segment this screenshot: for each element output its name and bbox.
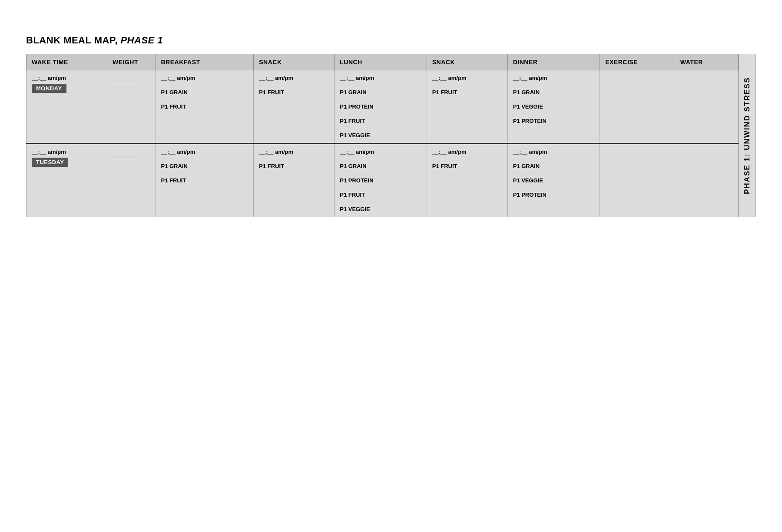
weight-value: ______	[113, 152, 150, 159]
header-lunch: LUNCH	[335, 54, 427, 70]
row-tuesday: __:__ am/pmTUESDAY________:__ am/pmP1 GR…	[27, 144, 739, 217]
row-monday: __:__ am/pmMONDAY________:__ am/pmP1 GRA…	[27, 70, 739, 144]
food-item: P1 PROTEIN	[340, 177, 421, 184]
wake-time-label: __:__ am/pm	[32, 75, 102, 81]
cell-monday-meal: __:__ am/pmP1 GRAINP1 PROTEINP1 FRUITP1 …	[335, 70, 427, 144]
header-snack1: SNACK	[254, 54, 335, 70]
cell-monday-exercise	[600, 70, 675, 144]
cell-tuesday-exercise	[600, 144, 675, 217]
meal-table: WAKE TIME WEIGHT BREAKFAST SNACK LUNCH S…	[26, 54, 739, 217]
header-wake-time: WAKE TIME	[27, 54, 107, 70]
title-italic: PHASE 1	[120, 35, 163, 46]
cell-tuesday-meal: __:__ am/pmP1 FRUIT	[427, 144, 507, 217]
cell-tuesday-water	[675, 144, 738, 217]
time-label: __:__ am/pm	[340, 149, 421, 155]
header-exercise: EXERCISE	[600, 54, 675, 70]
time-label: __:__ am/pm	[513, 149, 595, 155]
food-item: P1 GRAIN	[161, 89, 249, 96]
time-label: __:__ am/pm	[432, 149, 502, 155]
weight-value: ______	[113, 78, 150, 85]
cell-tuesday-wake: __:__ am/pmTUESDAY	[27, 144, 107, 217]
food-item: P1 FRUIT	[432, 89, 502, 96]
food-item: P1 PROTEIN	[513, 192, 595, 198]
page-content: BLANK MEAL MAP, PHASE 1 WAKE TIME WEIGHT…	[26, 35, 756, 217]
header-dinner: DINNER	[507, 54, 600, 70]
cell-monday-meal: __:__ am/pmP1 GRAINP1 FRUIT	[156, 70, 254, 144]
wake-time-label: __:__ am/pm	[32, 149, 102, 155]
time-label: __:__ am/pm	[513, 75, 595, 81]
day-badge: TUESDAY	[32, 158, 68, 167]
food-item: P1 VEGGIE	[513, 103, 595, 110]
time-label: __:__ am/pm	[259, 149, 329, 155]
cell-monday-water	[675, 70, 738, 144]
food-item: P1 FRUIT	[259, 163, 329, 169]
cell-tuesday-meal: __:__ am/pmP1 GRAINP1 PROTEINP1 FRUITP1 …	[335, 144, 427, 217]
food-item: P1 VEGGIE	[340, 132, 421, 139]
food-item: P1 FRUIT	[340, 192, 421, 198]
cell-tuesday-meal: __:__ am/pmP1 GRAINP1 FRUIT	[156, 144, 254, 217]
title-plain: BLANK MEAL MAP,	[26, 35, 120, 46]
time-label: __:__ am/pm	[259, 75, 329, 81]
time-label: __:__ am/pm	[161, 75, 249, 81]
food-item: P1 GRAIN	[513, 163, 595, 169]
header-breakfast: BREAKFAST	[156, 54, 254, 70]
page-title: BLANK MEAL MAP, PHASE 1	[26, 35, 756, 46]
food-item: P1 FRUIT	[161, 103, 249, 110]
time-label: __:__ am/pm	[161, 149, 249, 155]
cell-tuesday-meal: __:__ am/pmP1 GRAINP1 VEGGIEP1 PROTEIN	[507, 144, 600, 217]
header-weight: WEIGHT	[107, 54, 156, 70]
food-item: P1 GRAIN	[513, 89, 595, 96]
food-item: P1 GRAIN	[340, 89, 421, 96]
food-item: P1 PROTEIN	[340, 103, 421, 110]
cell-tuesday-meal: __:__ am/pmP1 FRUIT	[254, 144, 335, 217]
food-item: P1 FRUIT	[259, 89, 329, 96]
food-item: P1 FRUIT	[432, 163, 502, 169]
time-label: __:__ am/pm	[432, 75, 502, 81]
cell-monday-meal: __:__ am/pmP1 FRUIT	[254, 70, 335, 144]
cell-monday-meal: __:__ am/pmP1 GRAINP1 VEGGIEP1 PROTEIN	[507, 70, 600, 144]
header-row: WAKE TIME WEIGHT BREAKFAST SNACK LUNCH S…	[27, 54, 739, 70]
food-item: P1 FRUIT	[161, 177, 249, 184]
food-item: P1 VEGGIE	[513, 177, 595, 184]
food-item: P1 PROTEIN	[513, 118, 595, 124]
food-item: P1 GRAIN	[340, 163, 421, 169]
food-item: P1 FRUIT	[340, 118, 421, 124]
food-item: P1 VEGGIE	[340, 206, 421, 212]
header-water: WATER	[675, 54, 738, 70]
day-badge: MONDAY	[32, 84, 66, 93]
meal-table-wrapper: WAKE TIME WEIGHT BREAKFAST SNACK LUNCH S…	[26, 54, 756, 217]
cell-tuesday-weight: ______	[107, 144, 156, 217]
cell-monday-meal: __:__ am/pmP1 FRUIT	[427, 70, 507, 144]
cell-monday-weight: ______	[107, 70, 156, 144]
food-item: P1 GRAIN	[161, 163, 249, 169]
cell-monday-wake: __:__ am/pmMONDAY	[27, 70, 107, 144]
time-label: __:__ am/pm	[340, 75, 421, 81]
side-label-wrapper: PHASE 1: UNWIND STRESS	[739, 54, 756, 217]
side-label: PHASE 1: UNWIND STRESS	[743, 77, 752, 194]
header-snack2: SNACK	[427, 54, 507, 70]
